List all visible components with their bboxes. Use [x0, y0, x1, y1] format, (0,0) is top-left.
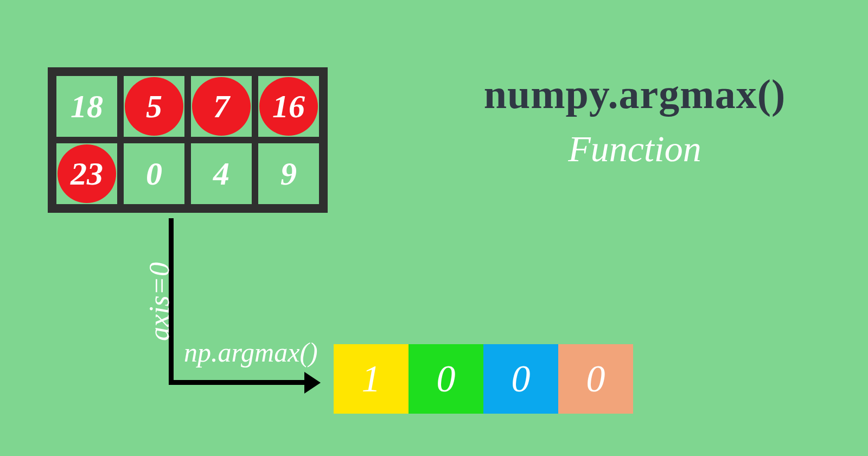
function-label: np.argmax()	[184, 337, 318, 368]
input-matrix: 18 5 7 16 23 0 4 9	[48, 67, 328, 213]
matrix-cell: 7	[191, 76, 252, 137]
cell-value: 23	[71, 155, 103, 193]
result-cell: 0	[483, 344, 558, 414]
cell-value: 18	[71, 88, 103, 125]
result-value: 0	[437, 357, 456, 401]
cell-value: 9	[280, 155, 297, 193]
matrix-cell: 16	[258, 76, 319, 137]
title-main: numpy.argmax()	[445, 71, 825, 118]
result-cell: 1	[334, 344, 409, 414]
result-array: 1 0 0 0	[334, 344, 633, 414]
matrix-cell: 18	[56, 76, 117, 137]
matrix-cell: 23	[56, 143, 117, 204]
highlight-circle: 23	[58, 144, 116, 203]
title-sub: Function	[445, 128, 825, 170]
result-value: 0	[586, 357, 605, 401]
highlight-circle: 7	[192, 77, 251, 136]
cell-value: 5	[146, 88, 162, 125]
result-cell: 0	[409, 344, 483, 414]
matrix-cell: 4	[191, 143, 252, 204]
highlight-circle: 16	[259, 77, 318, 136]
cell-value: 7	[213, 88, 229, 125]
result-value: 0	[512, 357, 531, 401]
result-cell: 0	[558, 344, 633, 414]
result-value: 1	[362, 357, 381, 401]
matrix-cell: 5	[124, 76, 184, 137]
matrix-cell: 9	[258, 143, 319, 204]
cell-value: 4	[213, 155, 229, 193]
title-block: numpy.argmax() Function	[445, 71, 825, 170]
arrow-head-icon	[304, 372, 321, 394]
cell-value: 16	[272, 88, 305, 125]
axis-label: axis=0	[143, 262, 175, 341]
axis-arrow: axis=0 np.argmax()	[142, 218, 321, 397]
matrix-cell: 0	[124, 143, 184, 204]
arrow-horizontal	[169, 380, 310, 385]
highlight-circle: 5	[125, 77, 183, 136]
cell-value: 0	[146, 155, 162, 193]
